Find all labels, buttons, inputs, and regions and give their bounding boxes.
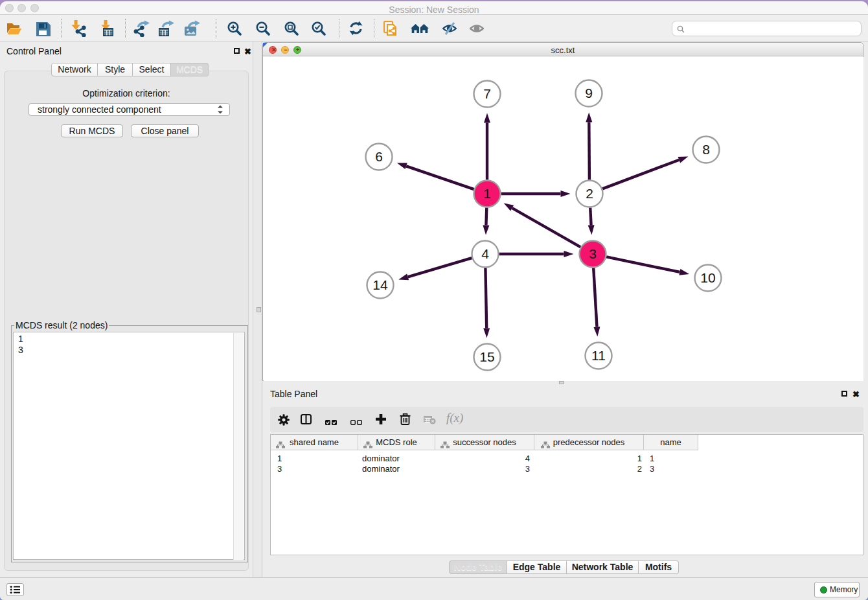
svg-text:7: 7 bbox=[483, 86, 491, 101]
svg-text:8: 8 bbox=[702, 142, 710, 157]
svg-text:4: 4 bbox=[481, 246, 489, 261]
svg-text:1: 1 bbox=[483, 186, 491, 201]
svg-text:9: 9 bbox=[585, 86, 593, 100]
svg-text:6: 6 bbox=[375, 149, 383, 164]
svg-text:15: 15 bbox=[479, 349, 494, 364]
svg-text:10: 10 bbox=[700, 270, 715, 285]
svg-text:2: 2 bbox=[586, 186, 593, 201]
svg-text:14: 14 bbox=[372, 277, 388, 292]
svg-text:11: 11 bbox=[591, 348, 606, 363]
svg-text:3: 3 bbox=[589, 246, 597, 261]
